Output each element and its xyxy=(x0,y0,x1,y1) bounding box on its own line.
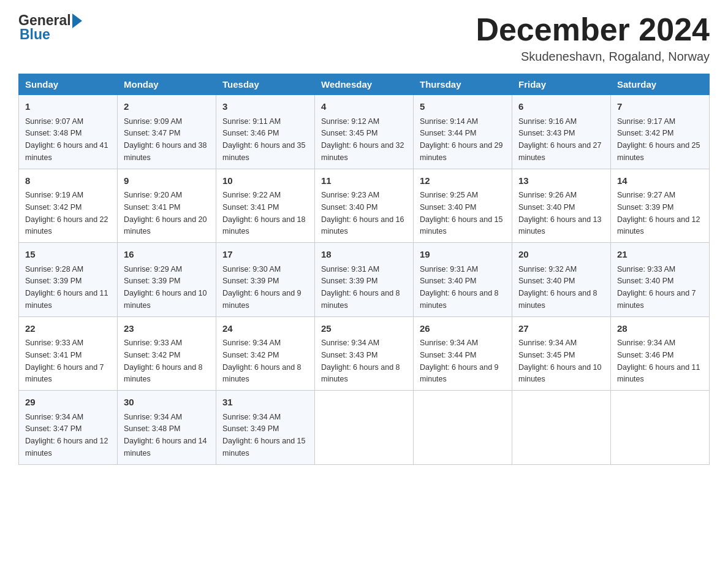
day-daylight: Daylight: 6 hours and 11 minutes xyxy=(617,363,700,384)
day-sunrise: Sunrise: 9:28 AM xyxy=(25,265,83,274)
day-number: 3 xyxy=(222,100,308,114)
day-daylight: Daylight: 6 hours and 10 minutes xyxy=(518,363,602,384)
calendar-day-cell: 9 Sunrise: 9:20 AM Sunset: 3:41 PM Dayli… xyxy=(118,169,216,243)
day-daylight: Daylight: 6 hours and 18 minutes xyxy=(222,215,306,236)
day-sunset: Sunset: 3:42 PM xyxy=(124,351,180,359)
col-monday: Monday xyxy=(118,74,216,95)
day-sunset: Sunset: 3:44 PM xyxy=(420,351,476,359)
day-number: 4 xyxy=(321,100,407,114)
day-sunrise: Sunrise: 9:20 AM xyxy=(124,191,182,199)
day-sunrise: Sunrise: 9:34 AM xyxy=(222,339,281,347)
day-number: 1 xyxy=(25,100,111,114)
day-number: 13 xyxy=(518,174,604,188)
day-sunrise: Sunrise: 9:25 AM xyxy=(420,191,478,199)
col-sunday: Sunday xyxy=(19,74,118,95)
calendar-day-cell: 18 Sunrise: 9:31 AM Sunset: 3:39 PM Dayl… xyxy=(315,243,414,317)
calendar-day-cell xyxy=(512,391,611,465)
day-sunrise: Sunrise: 9:19 AM xyxy=(25,191,83,199)
day-daylight: Daylight: 6 hours and 12 minutes xyxy=(25,437,108,458)
day-number: 8 xyxy=(25,174,111,188)
day-daylight: Daylight: 6 hours and 8 minutes xyxy=(518,289,597,310)
calendar-day-cell: 8 Sunrise: 9:19 AM Sunset: 3:42 PM Dayli… xyxy=(19,169,118,243)
day-daylight: Daylight: 6 hours and 10 minutes xyxy=(124,289,207,310)
calendar-week-row: 15 Sunrise: 9:28 AM Sunset: 3:39 PM Dayl… xyxy=(19,243,710,317)
day-number: 7 xyxy=(617,100,703,114)
day-number: 5 xyxy=(420,100,506,114)
day-sunset: Sunset: 3:42 PM xyxy=(222,351,279,359)
calendar-day-cell: 26 Sunrise: 9:34 AM Sunset: 3:44 PM Dayl… xyxy=(414,316,512,391)
calendar-week-row: 29 Sunrise: 9:34 AM Sunset: 3:47 PM Dayl… xyxy=(19,391,710,465)
day-daylight: Daylight: 6 hours and 8 minutes xyxy=(124,363,203,384)
day-daylight: Daylight: 6 hours and 11 minutes xyxy=(25,289,108,310)
day-sunrise: Sunrise: 9:22 AM xyxy=(222,191,281,199)
day-daylight: Daylight: 6 hours and 41 minutes xyxy=(25,141,108,162)
col-wednesday: Wednesday xyxy=(315,74,414,95)
day-sunrise: Sunrise: 9:34 AM xyxy=(124,413,182,421)
calendar-day-cell: 23 Sunrise: 9:33 AM Sunset: 3:42 PM Dayl… xyxy=(118,316,216,391)
day-sunset: Sunset: 3:41 PM xyxy=(222,203,279,212)
day-number: 28 xyxy=(617,322,703,336)
day-sunset: Sunset: 3:39 PM xyxy=(617,203,673,212)
col-thursday: Thursday xyxy=(414,74,512,95)
day-daylight: Daylight: 6 hours and 14 minutes xyxy=(124,437,207,458)
day-number: 16 xyxy=(124,248,210,262)
day-sunset: Sunset: 3:43 PM xyxy=(518,129,575,137)
day-sunrise: Sunrise: 9:11 AM xyxy=(222,117,281,126)
calendar-day-cell: 21 Sunrise: 9:33 AM Sunset: 3:40 PM Dayl… xyxy=(611,243,710,317)
day-daylight: Daylight: 6 hours and 32 minutes xyxy=(321,141,404,162)
calendar-day-cell: 12 Sunrise: 9:25 AM Sunset: 3:40 PM Dayl… xyxy=(414,169,512,243)
day-sunrise: Sunrise: 9:34 AM xyxy=(617,339,675,347)
calendar-week-row: 1 Sunrise: 9:07 AM Sunset: 3:48 PM Dayli… xyxy=(19,95,710,169)
day-daylight: Daylight: 6 hours and 15 minutes xyxy=(222,437,306,458)
day-number: 21 xyxy=(617,248,703,262)
day-sunset: Sunset: 3:39 PM xyxy=(321,277,377,285)
day-daylight: Daylight: 6 hours and 15 minutes xyxy=(420,215,503,236)
day-daylight: Daylight: 6 hours and 8 minutes xyxy=(321,363,400,384)
day-number: 27 xyxy=(518,322,604,336)
day-sunrise: Sunrise: 9:31 AM xyxy=(420,265,478,274)
day-sunrise: Sunrise: 9:27 AM xyxy=(617,191,675,199)
calendar-header-row: Sunday Monday Tuesday Wednesday Thursday… xyxy=(19,74,710,95)
day-sunset: Sunset: 3:39 PM xyxy=(124,277,180,285)
day-number: 19 xyxy=(420,248,506,262)
calendar-day-cell: 20 Sunrise: 9:32 AM Sunset: 3:40 PM Dayl… xyxy=(512,243,611,317)
logo: General Blue xyxy=(18,12,83,43)
day-sunrise: Sunrise: 9:34 AM xyxy=(518,339,577,347)
calendar-day-cell: 29 Sunrise: 9:34 AM Sunset: 3:47 PM Dayl… xyxy=(19,391,118,465)
day-sunrise: Sunrise: 9:12 AM xyxy=(321,117,379,126)
day-number: 29 xyxy=(25,396,111,410)
calendar-day-cell: 10 Sunrise: 9:22 AM Sunset: 3:41 PM Dayl… xyxy=(216,169,315,243)
calendar-day-cell: 16 Sunrise: 9:29 AM Sunset: 3:39 PM Dayl… xyxy=(118,243,216,317)
day-sunset: Sunset: 3:49 PM xyxy=(222,424,279,433)
day-sunset: Sunset: 3:44 PM xyxy=(420,129,476,137)
calendar-day-cell: 25 Sunrise: 9:34 AM Sunset: 3:43 PM Dayl… xyxy=(315,316,414,391)
logo-blue-text: Blue xyxy=(20,26,83,43)
day-sunrise: Sunrise: 9:34 AM xyxy=(420,339,478,347)
day-daylight: Daylight: 6 hours and 8 minutes xyxy=(420,289,499,310)
day-sunrise: Sunrise: 9:34 AM xyxy=(321,339,379,347)
logo-arrow-icon xyxy=(72,13,82,28)
day-daylight: Daylight: 6 hours and 38 minutes xyxy=(124,141,207,162)
day-sunrise: Sunrise: 9:26 AM xyxy=(518,191,577,199)
day-daylight: Daylight: 6 hours and 12 minutes xyxy=(617,215,700,236)
day-daylight: Daylight: 6 hours and 9 minutes xyxy=(222,289,301,310)
day-daylight: Daylight: 6 hours and 22 minutes xyxy=(25,215,108,236)
day-sunset: Sunset: 3:45 PM xyxy=(321,129,377,137)
calendar-day-cell: 1 Sunrise: 9:07 AM Sunset: 3:48 PM Dayli… xyxy=(19,95,118,169)
day-sunrise: Sunrise: 9:31 AM xyxy=(321,265,379,274)
calendar-day-cell: 27 Sunrise: 9:34 AM Sunset: 3:45 PM Dayl… xyxy=(512,316,611,391)
day-number: 10 xyxy=(222,174,308,188)
day-sunrise: Sunrise: 9:09 AM xyxy=(124,117,182,126)
calendar-day-cell: 31 Sunrise: 9:34 AM Sunset: 3:49 PM Dayl… xyxy=(216,391,315,465)
day-sunset: Sunset: 3:41 PM xyxy=(124,203,180,212)
day-daylight: Daylight: 6 hours and 29 minutes xyxy=(420,141,503,162)
day-number: 30 xyxy=(124,396,210,410)
day-sunset: Sunset: 3:47 PM xyxy=(25,424,82,433)
day-sunset: Sunset: 3:40 PM xyxy=(617,277,673,285)
calendar-day-cell xyxy=(315,391,414,465)
day-number: 20 xyxy=(518,248,604,262)
calendar-day-cell: 4 Sunrise: 9:12 AM Sunset: 3:45 PM Dayli… xyxy=(315,95,414,169)
col-saturday: Saturday xyxy=(611,74,710,95)
day-sunrise: Sunrise: 9:17 AM xyxy=(617,117,675,126)
day-sunset: Sunset: 3:40 PM xyxy=(321,203,377,212)
